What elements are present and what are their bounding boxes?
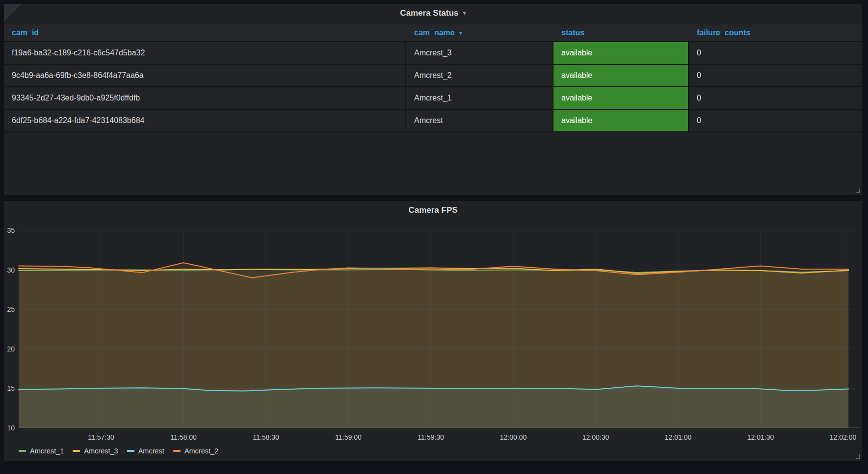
cell-cam-name: Amcrest (406, 110, 553, 131)
legend-label: Amcrest (138, 447, 164, 455)
y-tick-label: 35 (7, 226, 15, 234)
y-tick-label: 20 (7, 345, 15, 353)
cell-cam-id: 93345-2d27-43ed-9db0-a925f0dffdfb (4, 87, 406, 109)
panel-resize-handle[interactable] (856, 454, 860, 459)
status-badge: available (553, 42, 689, 64)
camera-status-panel: i Camera Status ▾ cam_idcam_name▼statusf… (4, 4, 862, 195)
y-tick-label: 30 (7, 266, 15, 274)
cell-failure-counts: 0 (689, 42, 862, 64)
cell-failure-counts: 0 (689, 65, 862, 86)
chevron-down-icon: ▾ (463, 9, 466, 17)
legend-item-Amcrest_1[interactable]: Amcrest_1 (19, 447, 64, 455)
cell-cam-id: 9c4b9-aa6a-69fb-c3e8-864f4a77aa6a (4, 65, 406, 86)
status-table-header: cam_idcam_name▼statusfailure_counts (4, 25, 862, 42)
camera-fps-panel: Camera FPS 35302520151011:57:3011:58:001… (4, 201, 862, 461)
legend-color-swatch (173, 450, 181, 452)
legend-color-swatch (127, 450, 134, 452)
legend-item-Amcrest[interactable]: Amcrest (127, 447, 164, 455)
legend-item-Amcrest_2[interactable]: Amcrest_2 (173, 447, 218, 455)
cell-cam-id: f19a6-ba32-c189-c216-c6c547d5ba32 (4, 42, 406, 64)
column-header-label: cam_name (414, 28, 455, 37)
legend-color-swatch (73, 450, 80, 452)
panel-resize-handle[interactable] (856, 189, 860, 193)
x-tick-label: 11:58:00 (170, 433, 197, 441)
x-tick-label: 11:59:30 (418, 433, 444, 441)
x-tick-label: 12:00:30 (582, 433, 609, 441)
legend-color-swatch (19, 450, 26, 452)
x-tick-label: 12:01:00 (665, 433, 692, 441)
status-badge: available (553, 65, 689, 86)
cell-cam-id: 6df25-b684-a224-fda7-42314083b684 (4, 110, 406, 131)
fps-chart-svg[interactable]: 35302520151011:57:3011:58:0011:58:3011:5… (4, 201, 862, 461)
column-header-cam_id[interactable]: cam_id (4, 28, 406, 37)
legend-label: Amcrest_1 (30, 447, 64, 455)
cell-failure-counts: 0 (689, 110, 862, 131)
column-header-label: cam_id (12, 28, 39, 37)
cell-cam-name: Amcrest_3 (406, 42, 553, 64)
table-row: 93345-2d27-43ed-9db0-a925f0dffdfbAmcrest… (4, 87, 862, 110)
table-row: 9c4b9-aa6a-69fb-c3e8-864f4a77aa6aAmcrest… (4, 65, 862, 87)
table-row: 6df25-b684-a224-fda7-42314083b684Amcrest… (4, 110, 862, 132)
cell-failure-counts: 0 (689, 87, 862, 109)
status-badge: available (553, 87, 689, 109)
column-header-cam_name[interactable]: cam_name▼ (406, 28, 553, 37)
x-tick-label: 12:02:00 (830, 433, 857, 441)
cell-cam-name: Amcrest_2 (406, 65, 553, 86)
series-fill-Amcrest_2 (19, 263, 848, 428)
sort-desc-icon: ▼ (458, 30, 463, 36)
panel-title[interactable]: Camera Status (400, 8, 458, 18)
cell-cam-name: Amcrest_1 (406, 87, 553, 109)
legend-label: Amcrest_3 (84, 447, 118, 455)
panel-header: Camera Status ▾ (4, 4, 862, 23)
column-header-label: status (561, 28, 584, 37)
legend-label: Amcrest_2 (184, 447, 218, 455)
x-tick-label: 12:00:00 (500, 433, 527, 441)
x-tick-label: 11:57:30 (88, 433, 114, 441)
x-tick-label: 11:59:00 (335, 433, 362, 441)
column-header-status[interactable]: status (553, 28, 689, 37)
legend-item-Amcrest_3[interactable]: Amcrest_3 (73, 447, 118, 455)
status-table-body: f19a6-ba32-c189-c216-c6c547d5ba32Amcrest… (4, 42, 862, 132)
status-badge: available (553, 110, 689, 131)
y-tick-label: 15 (7, 384, 15, 392)
y-tick-label: 10 (7, 424, 15, 432)
x-tick-label: 11:58:30 (253, 433, 279, 441)
x-tick-label: 12:01:30 (747, 433, 774, 441)
column-header-failure_counts[interactable]: failure_counts (689, 28, 862, 37)
grafana-dashboard: i Camera Status ▾ cam_idcam_name▼statusf… (0, 0, 868, 474)
status-table: cam_idcam_name▼statusfailure_counts f19a… (4, 25, 862, 132)
chart-legend: Amcrest_1Amcrest_3AmcrestAmcrest_2 (19, 447, 218, 455)
y-tick-label: 25 (7, 305, 15, 313)
column-header-label: failure_counts (697, 28, 750, 37)
table-row: f19a6-ba32-c189-c216-c6c547d5ba32Amcrest… (4, 42, 862, 65)
